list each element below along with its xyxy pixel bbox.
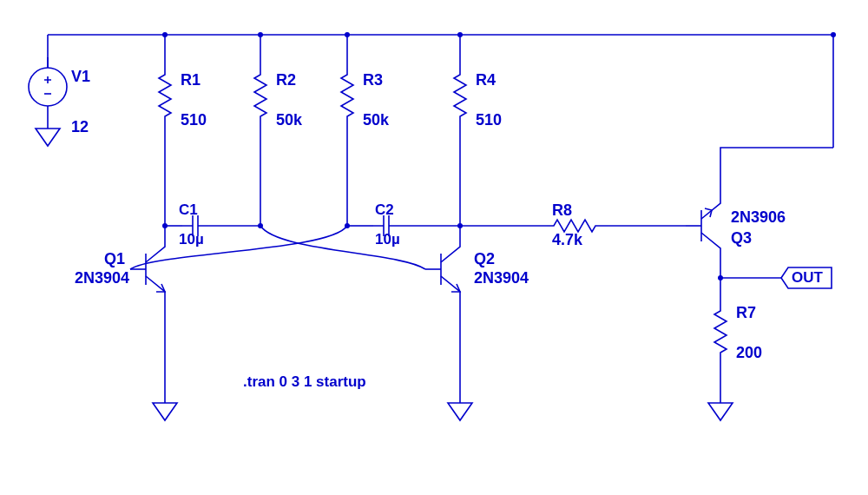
- q2-model: 2N3904: [474, 269, 529, 287]
- r3-value: 50k: [363, 111, 389, 129]
- svg-point-8: [345, 223, 350, 228]
- q3-pnp: [686, 196, 720, 255]
- q2-name: Q2: [474, 250, 495, 268]
- r8-value: 4.7k: [552, 231, 582, 249]
- v1-name: V1: [71, 68, 90, 86]
- q2-npn: [425, 240, 460, 299]
- c2-name: C2: [375, 201, 394, 219]
- svg-point-2: [258, 32, 263, 37]
- out-label: OUT: [792, 269, 823, 287]
- q1-ground: [153, 391, 177, 420]
- r1-resistor: [159, 68, 171, 129]
- r7-name: R7: [736, 304, 756, 322]
- r4-resistor: [454, 68, 466, 129]
- svg-point-6: [162, 223, 168, 228]
- r2-resistor: [254, 68, 266, 129]
- r3-name: R3: [363, 71, 383, 89]
- q3-ground: [708, 391, 733, 420]
- v1-source: [29, 57, 67, 116]
- r7-value: 200: [736, 344, 762, 362]
- schematic-canvas: [0, 0, 868, 495]
- r4-name: R4: [476, 71, 496, 89]
- svg-point-7: [258, 223, 263, 228]
- r3-resistor: [341, 68, 353, 129]
- r1-value: 510: [181, 111, 207, 129]
- svg-point-3: [345, 32, 350, 37]
- q1-name: Q1: [104, 250, 125, 268]
- r4-value: 510: [476, 111, 502, 129]
- svg-point-9: [457, 223, 463, 228]
- spice-directive: .tran 0 3 1 startup: [243, 373, 366, 391]
- r1-name: R1: [181, 71, 201, 89]
- r2-value: 50k: [276, 111, 302, 129]
- svg-point-1: [162, 32, 168, 37]
- svg-point-10: [718, 275, 723, 280]
- v1-value: 12: [71, 118, 89, 136]
- q1-npn: [130, 240, 165, 299]
- c1-value: 10µ: [179, 231, 204, 248]
- c1-name: C1: [179, 201, 198, 219]
- r7-resistor: [714, 304, 727, 365]
- q1-model: 2N3904: [75, 269, 129, 287]
- q3-name: Q3: [731, 229, 752, 248]
- r8-name: R8: [552, 201, 572, 220]
- r2-name: R2: [276, 71, 296, 89]
- r8-resistor: [547, 220, 608, 232]
- c2-value: 10µ: [375, 231, 400, 248]
- q2-ground: [448, 391, 472, 420]
- q3-model: 2N3906: [731, 208, 786, 227]
- v1-ground: [36, 116, 60, 146]
- svg-point-5: [831, 32, 836, 37]
- svg-point-4: [457, 32, 463, 37]
